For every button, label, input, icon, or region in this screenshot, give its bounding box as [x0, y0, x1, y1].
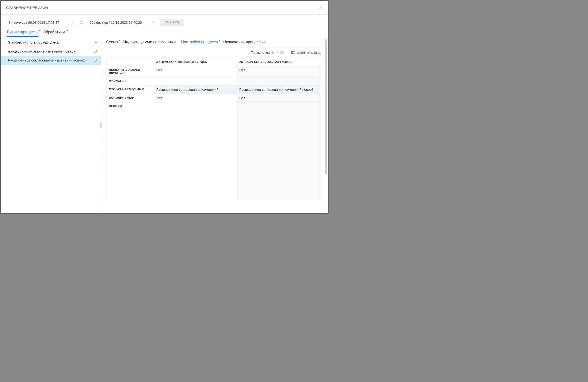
left-revision-value: 3 / develop / 09.08.2023 17:23:37: [9, 21, 59, 24]
chevron-down-icon: [151, 21, 154, 24]
row-value-left: Нет: [154, 66, 237, 78]
sub-tabs: Схема Индексируемые переменные Настройки…: [106, 37, 325, 47]
row-value-right: Расширенное согласование изменений новое…: [237, 85, 320, 94]
diff-only-label: Только отличия: [251, 51, 275, 54]
right-revision-select[interactable]: 25 / develop / 12.12.2023 17:40:20: [87, 19, 157, 26]
scrollbar[interactable]: [325, 39, 327, 174]
table-header-col1: 3 / DEVELOP / 09.08.2023 17:23:37: [154, 58, 237, 66]
row-label: ВЕРСИЯ: [106, 102, 154, 110]
modal-title: СРАВНЕНИЕ РЕВИЗИЙ: [6, 6, 48, 10]
tab-handlers[interactable]: Обработчики: [43, 30, 66, 37]
layout-icon: [291, 51, 295, 54]
row-value-right: [237, 78, 320, 85]
comparison-table: 3 / DEVELOP / 09.08.2023 17:23:37 25 / D…: [106, 58, 320, 200]
row-label: ИСПОЛНЯЕМЫЙ: [106, 94, 154, 102]
change-view-label: СМЕНИТЬ ВИД: [297, 51, 321, 54]
table-corner: [106, 58, 154, 66]
controls-row: 3 / develop / 09.08.2023 17:23:37 25 / d…: [1, 15, 328, 26]
row-value-left: Расширенное согласование изменений: [154, 85, 237, 94]
pencil-icon: [94, 49, 98, 53]
left-revision-select[interactable]: 3 / develop / 09.08.2023 17:23:37: [6, 19, 76, 26]
row-value-right: [237, 102, 320, 110]
row-value-left: [154, 102, 237, 110]
table-toolbar: Только отличия СМЕНИТЬ ВИД: [106, 47, 325, 58]
list-item-label: Расширенное согласование изменений новое…: [8, 58, 85, 62]
list-item-label: Standard with draft quality check: [8, 41, 59, 44]
change-view-button[interactable]: СМЕНИТЬ ВИД: [291, 51, 321, 54]
right-revision-value: 25 / develop / 12.12.2023 17:40:20: [89, 21, 142, 24]
diff-only-toggle[interactable]: [277, 51, 284, 54]
svg-rect-2: [292, 51, 295, 54]
tab-schema[interactable]: Схема: [106, 40, 118, 47]
list-item[interactable]: Standard with draft quality check +: [1, 38, 101, 47]
divider: [288, 50, 288, 55]
list-item[interactable]: процесс согласование изменений товара: [1, 47, 101, 56]
row-label: ОТОБРАЖАЕМОЕ ИМЯ: [106, 85, 154, 94]
revision-compare-modal: СРАВНЕНИЕ РЕВИЗИЙ 3 / develop / 09.08.20…: [1, 1, 328, 213]
swap-icon[interactable]: [79, 21, 84, 24]
tab-process-assign[interactable]: Назначение процессов: [223, 40, 265, 47]
list-item[interactable]: Расширенное согласование изменений новое…: [1, 56, 101, 65]
close-icon[interactable]: [318, 5, 323, 10]
row-label: ОПИСАНИЕ: [106, 78, 154, 85]
list-item-label: процесс согласование изменений товара: [8, 49, 75, 53]
tab-business-processes[interactable]: Бизнес-процессы: [7, 30, 39, 37]
tab-process-settings[interactable]: Настройки процесса: [181, 40, 218, 47]
table-filler: [106, 110, 154, 200]
pencil-icon: [94, 58, 98, 62]
table-header-col2: 25 / DEVELOP / 12.12.2023 17:40:20: [237, 58, 320, 66]
process-list-panel: Standard with draft quality check + проц…: [1, 37, 101, 213]
modal-header: СРАВНЕНИЕ РЕВИЗИЙ: [1, 1, 328, 15]
row-value-right: Нет: [237, 94, 320, 102]
plus-icon: +: [94, 41, 98, 44]
table-filler: [237, 110, 320, 200]
table-filler: [154, 110, 237, 200]
compare-button[interactable]: СРАВНИТЬ: [160, 19, 184, 26]
row-label: ВКЛЮЧИТЬ ЗАПУСК ВРУЧНУЮ: [106, 66, 154, 78]
primary-tabs: Бизнес-процессы Обработчики: [1, 26, 328, 37]
comparison-panel: Схема Индексируемые переменные Настройки…: [101, 37, 328, 213]
tab-indexed-vars[interactable]: Индексируемые переменные: [123, 40, 176, 47]
row-value-left: Нет: [154, 94, 237, 102]
row-value-left: [154, 78, 237, 85]
row-value-right: Нет: [237, 66, 320, 78]
chevron-down-icon: [71, 21, 74, 24]
